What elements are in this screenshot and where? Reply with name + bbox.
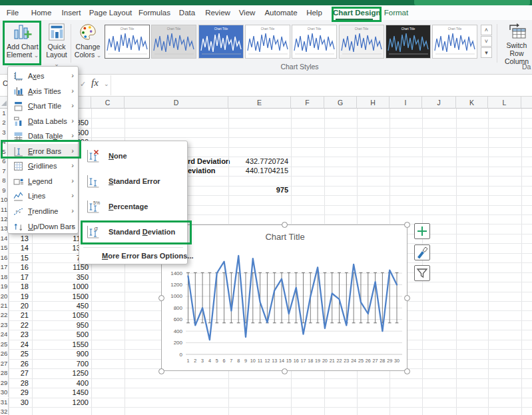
row-header-23[interactable]: 23 [0, 320, 9, 330]
cell-a15[interactable]: 14 [9, 244, 29, 252]
cell-b25[interactable]: 1550 [32, 340, 89, 348]
row-header-16[interactable]: 16 [0, 253, 9, 262]
column-header-E[interactable]: E [228, 97, 291, 109]
row-header-24[interactable]: 24 [0, 330, 9, 339]
tab-format[interactable]: Format [381, 5, 411, 20]
cell-b26[interactable]: 900 [32, 350, 89, 358]
menu-item-chart-title[interactable]: Chart Title› [8, 99, 78, 114]
tab-view[interactable]: View [236, 5, 258, 20]
cell-d6-label[interactable]: rd Deviation [188, 157, 230, 165]
chart-style-thumbnail-3[interactable]: Chart Title [198, 25, 244, 59]
tab-page-layout[interactable]: Page Layout [88, 5, 133, 20]
cell-b19[interactable]: 1000 [32, 282, 89, 290]
menu-item-error-bars[interactable]: Error Bars› [8, 144, 78, 159]
cell-b20[interactable]: 1500 [32, 292, 89, 300]
menu-item-data-table[interactable]: Data Table› [8, 129, 78, 144]
enter-check-icon[interactable]: ✓ [80, 80, 86, 89]
chart-handle-top-right[interactable] [404, 222, 410, 228]
cell-b23[interactable]: 950 [32, 321, 89, 329]
chart-filters-button[interactable] [414, 265, 430, 281]
cell-a16[interactable]: 15 [9, 254, 29, 262]
chart-style-thumbnail-1[interactable]: Chart Title [105, 25, 150, 59]
tab-file[interactable]: File [4, 5, 21, 20]
row-header-26[interactable]: 26 [0, 349, 9, 358]
cell-a31[interactable]: 30 [9, 398, 29, 406]
cell-b27[interactable]: 700 [32, 360, 89, 368]
cell-a18[interactable]: 17 [9, 273, 29, 281]
column-header-K[interactable]: K [456, 97, 488, 109]
column-header-D[interactable]: D [125, 97, 228, 109]
row-header-31[interactable]: 31 [0, 398, 9, 407]
cell-a27[interactable]: 26 [9, 360, 29, 368]
row-header-18[interactable]: 18 [0, 272, 9, 282]
menu-item-axes[interactable]: Axes› [8, 69, 78, 84]
formula-input[interactable] [111, 75, 532, 95]
submenu-item-standard-deviation[interactable]: σStandard Deviation [79, 220, 187, 245]
tab-automate[interactable]: Automate [262, 5, 300, 20]
cell-a30[interactable]: 29 [9, 388, 29, 396]
chart-handle-bottom-left[interactable] [158, 368, 164, 374]
row-header-19[interactable]: 19 [0, 282, 9, 291]
menu-item-lines[interactable]: Lines› [8, 189, 78, 204]
cell-b24[interactable]: 500 [32, 330, 89, 338]
chart-style-thumbnail-8[interactable]: Chart Title [432, 25, 477, 59]
column-header-F[interactable]: F [291, 97, 324, 109]
cell-a23[interactable]: 22 [9, 321, 29, 329]
tab-home[interactable]: Home [29, 5, 53, 20]
tab-review[interactable]: Review [202, 5, 233, 20]
menu-item-legend[interactable]: Legend› [8, 174, 78, 189]
gallery-scroll-down-button[interactable]: ˅ [481, 36, 492, 47]
row-header-29[interactable]: 29 [0, 378, 9, 388]
add-chart-element-button[interactable]: Add Chart Element ⌄ [4, 22, 41, 65]
row-header-14[interactable]: 14 [0, 234, 9, 243]
cell-b18[interactable]: 350 [32, 273, 89, 281]
cell-a22[interactable]: 21 [9, 311, 29, 319]
column-header-G[interactable]: G [324, 97, 357, 109]
chart-style-thumbnail-5[interactable]: Chart Title [292, 25, 337, 59]
gallery-scroll-up-button[interactable]: ˄ [481, 25, 492, 35]
chart-style-thumbnail-2[interactable]: Chart Title [151, 25, 196, 59]
row-header-15[interactable]: 15 [0, 243, 9, 252]
column-header-I[interactable]: I [390, 97, 422, 109]
cell-b31[interactable]: 1200 [32, 398, 89, 406]
cell-a24[interactable]: 23 [9, 330, 29, 338]
embedded-chart[interactable]: Chart Title02004006008001000120014001234… [161, 224, 407, 371]
submenu-item-more-error-bars-options[interactable]: More Error Bars Options... [79, 249, 187, 264]
row-header-30[interactable]: 30 [0, 388, 9, 397]
column-header-J[interactable]: J [422, 97, 456, 109]
insert-function-icon[interactable]: fx [91, 77, 99, 89]
column-header-L[interactable]: L [488, 97, 521, 109]
cell-a26[interactable]: 25 [9, 350, 29, 358]
submenu-item-none[interactable]: None [79, 144, 187, 169]
menu-item-trendline[interactable]: Trendline› [8, 204, 78, 219]
row-header-32[interactable]: 32 [0, 407, 9, 415]
chart-handle-bottom-right[interactable] [404, 368, 410, 374]
cell-a17[interactable]: 16 [9, 263, 29, 271]
column-header-partial[interactable] [521, 97, 532, 109]
row-header-27[interactable]: 27 [0, 359, 9, 368]
row-header-28[interactable]: 28 [0, 368, 9, 378]
cell-d7-label[interactable]: eviation [188, 167, 216, 175]
cell-a28[interactable]: 27 [9, 369, 29, 377]
chart-handle-bottom-center[interactable] [282, 368, 288, 374]
cell-e7-value[interactable]: 440.1704215 [228, 167, 288, 175]
row-header-22[interactable]: 22 [0, 310, 9, 320]
submenu-item-standard-error[interactable]: Standard Error [79, 169, 187, 195]
row-header-25[interactable]: 25 [0, 340, 9, 349]
chart-handle-mid-left[interactable] [158, 295, 164, 301]
cell-b22[interactable]: 1050 [32, 311, 89, 319]
chart-handle-top-center[interactable] [282, 222, 288, 228]
chart-elements-button[interactable] [414, 223, 430, 239]
tab-data[interactable]: Data [176, 5, 198, 20]
tab-insert[interactable]: Insert [59, 5, 84, 20]
change-colors-button[interactable]: Change Colors ⌄ [73, 22, 103, 65]
row-header-21[interactable]: 21 [0, 301, 9, 310]
cell-e6-value[interactable]: 432.7720724 [228, 157, 288, 165]
column-header-H[interactable]: H [357, 97, 390, 109]
cell-a25[interactable]: 24 [9, 340, 29, 348]
switch-row-column-button[interactable]: Switch Row Column [499, 22, 532, 65]
cell-e9-mean-value[interactable]: 975 [228, 186, 288, 194]
chart-style-thumbnail-4[interactable]: Chart Title [245, 25, 290, 59]
menu-item-axis-titles[interactable]: Axis Titles› [8, 84, 78, 99]
tab-chart-design[interactable]: Chart Design [333, 5, 376, 20]
